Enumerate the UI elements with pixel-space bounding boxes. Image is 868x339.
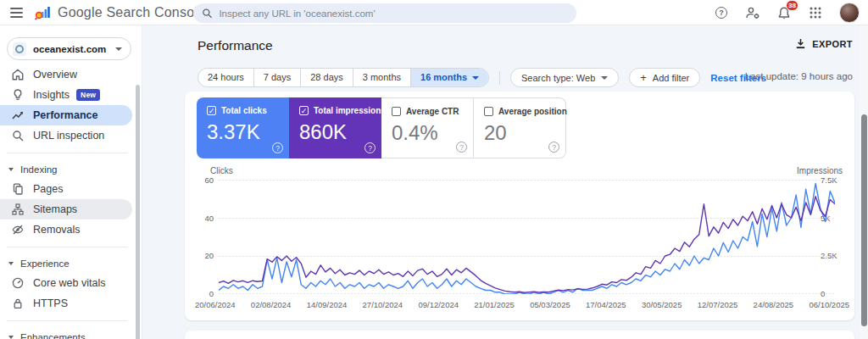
impressions-line — [219, 197, 835, 292]
add-filter-button[interactable]: + Add filter — [629, 68, 700, 87]
sidebar-item-pages[interactable]: Pages — [0, 179, 132, 199]
x-axis-label: 06/10/2025 — [809, 300, 849, 309]
url-inspect-searchbar[interactable] — [193, 3, 576, 23]
help-icon[interactable]: ? — [364, 142, 376, 153]
url-inspect-input[interactable] — [219, 8, 568, 19]
metric-tile-total-impressions[interactable]: ✓Total impressions860K? — [289, 97, 381, 158]
date-range-24-hours[interactable]: 24 hours — [198, 69, 253, 86]
home-icon — [12, 69, 24, 81]
page-scrollbar-thumb[interactable] — [861, 114, 867, 326]
search-type-filter[interactable]: Search type: Web — [510, 68, 619, 87]
sidebar-section-enhancements[interactable]: Enhancements — [0, 328, 136, 339]
metric-tile-total-clicks[interactable]: ✓Total clicks3.37K? — [197, 97, 289, 158]
x-axis-label: 17/04/2025 — [586, 300, 626, 309]
divider — [499, 71, 500, 85]
help-icon[interactable]: ? — [272, 142, 283, 153]
page-title: Performance — [198, 38, 273, 53]
sidebar-item-removals[interactable]: Removals — [0, 220, 132, 240]
x-axis-label: 09/12/2024 — [418, 300, 459, 309]
main-content: Performance EXPORT 24 hours7 days28 days… — [142, 25, 868, 339]
search-console-logo-icon — [34, 4, 51, 21]
help-icon[interactable]: ? — [456, 142, 467, 153]
checked-checkbox-icon[interactable]: ✓ — [299, 106, 309, 115]
sitemap-icon — [12, 203, 24, 215]
clicks-line — [219, 184, 835, 295]
sidebar-item-overview[interactable]: Overview — [0, 64, 132, 85]
top-bar: Google Search Console ? — [0, 0, 868, 25]
date-range-3-months[interactable]: 3 months — [353, 69, 410, 86]
account-avatar[interactable] — [839, 3, 860, 23]
left-axis-title: Clicks — [210, 166, 233, 175]
divider — [7, 247, 127, 247]
help-icon[interactable]: ? — [714, 5, 729, 20]
sidebar: oceanexist.com OverviewInsightsNewPerfor… — [0, 25, 142, 339]
date-range-16-months[interactable]: 16 months — [410, 69, 488, 86]
chevron-down-icon — [115, 47, 122, 51]
notification-count-badge: 38 — [786, 0, 798, 11]
google-apps-grid-icon[interactable] — [808, 5, 823, 20]
checked-checkbox-icon[interactable]: ✓ — [207, 106, 216, 115]
unchecked-checkbox-icon[interactable] — [392, 107, 401, 116]
app-window: Google Search Console ? — [0, 0, 868, 339]
date-range-selector: 24 hours7 days28 days3 months16 months — [198, 68, 489, 87]
x-axis-labels: 20/06/202402/08/202414/09/202427/10/2024… — [195, 300, 849, 309]
sidebar-section-experience[interactable]: Experience — [0, 254, 136, 273]
property-selector[interactable]: oceanexist.com — [7, 37, 131, 60]
performance-chart-card: ✓Total clicks3.37K?✓Total impressions860… — [185, 92, 854, 320]
next-section-card — [185, 331, 854, 339]
export-button[interactable]: EXPORT — [795, 38, 853, 49]
date-range-7-days[interactable]: 7 days — [253, 69, 300, 86]
right-axis-title: Impressions — [797, 166, 843, 175]
left-axis-ticks: 6040200 — [185, 175, 214, 298]
chevron-down-icon — [8, 262, 14, 265]
axis-tick: 60 — [185, 175, 214, 185]
x-axis-label: 30/05/2025 — [642, 300, 682, 309]
pages-icon — [12, 183, 24, 195]
property-name: oceanexist.com — [33, 44, 115, 54]
sidebar-item-sitemaps[interactable]: Sitemaps — [0, 199, 132, 220]
search-icon — [202, 8, 212, 19]
sidebar-item-performance[interactable]: Performance — [0, 105, 132, 125]
divider — [7, 320, 127, 321]
unchecked-checkbox-icon[interactable] — [484, 107, 493, 116]
page-scrollbar-track — [860, 25, 868, 339]
sidebar-item-https[interactable]: HTTPS — [0, 293, 132, 314]
help-icon[interactable]: ? — [548, 142, 559, 153]
last-update-text: Last update: 9 hours ago — [745, 71, 853, 81]
date-range-28-days[interactable]: 28 days — [300, 69, 353, 86]
download-icon — [795, 38, 806, 49]
sidebar-section-indexing[interactable]: Indexing — [0, 160, 136, 179]
search-icon — [12, 130, 24, 142]
x-axis-label: 24/08/2025 — [754, 300, 794, 309]
hamburger-menu-icon[interactable] — [3, 0, 29, 25]
property-favicon — [13, 42, 26, 56]
x-axis-label: 12/07/2025 — [698, 300, 738, 309]
x-axis-label: 02/08/2024 — [251, 300, 292, 309]
sidebar-item-url-inspection[interactable]: URL inspection — [0, 125, 132, 146]
axis-tick: 20 — [185, 251, 214, 260]
x-axis-label: 14/09/2024 — [307, 300, 348, 309]
chevron-down-icon — [8, 168, 14, 171]
sidebar-item-insights[interactable]: InsightsNew — [0, 85, 132, 105]
topbar-actions: ? 38 — [714, 0, 860, 25]
sidebar-scrollbar[interactable] — [136, 85, 140, 339]
axis-tick: 40 — [185, 214, 214, 223]
chevron-down-icon — [8, 336, 14, 339]
user-settings-icon[interactable] — [745, 5, 760, 20]
app-title: Google Search Console — [58, 5, 205, 20]
chart-plot-area[interactable] — [219, 180, 835, 294]
lock-icon — [12, 297, 24, 309]
divider — [7, 153, 127, 153]
metric-tile-average-ctr[interactable]: Average CTR0.4%? — [381, 97, 474, 158]
chevron-down-icon — [472, 76, 479, 80]
sidebar-item-core-web-vitals[interactable]: Core web vitals — [0, 273, 132, 293]
bulb-icon — [12, 89, 24, 101]
notifications-bell-icon[interactable]: 38 — [776, 5, 792, 20]
eye-off-icon — [12, 224, 24, 236]
x-axis-label: 05/03/2025 — [530, 300, 570, 309]
x-axis-label: 21/01/2025 — [474, 300, 515, 309]
metric-tile-average-position[interactable]: Average position20? — [474, 97, 566, 158]
axis-tick: 0 — [185, 289, 214, 298]
plus-icon: + — [640, 72, 647, 83]
gauge-icon — [12, 277, 24, 289]
